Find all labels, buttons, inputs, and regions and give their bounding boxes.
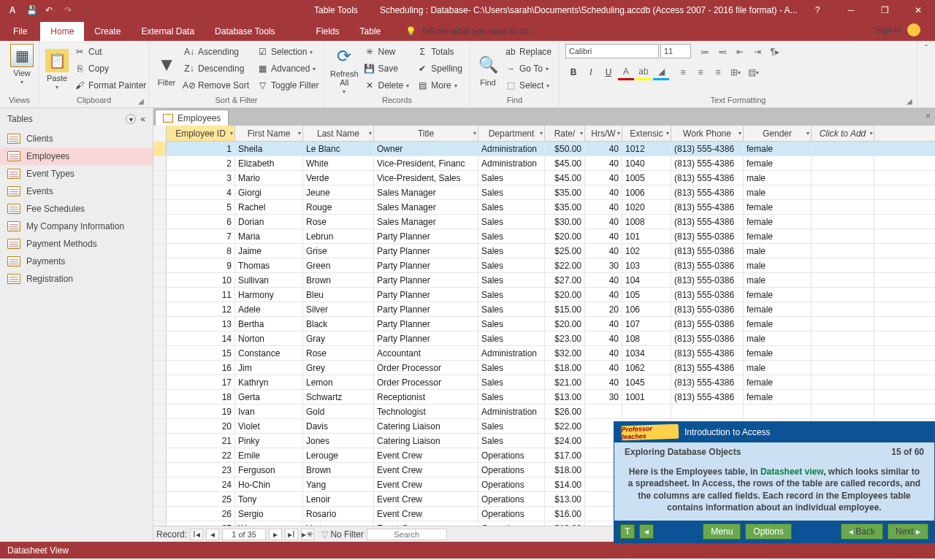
cell[interactable]: (813) 555-0386 xyxy=(671,302,744,316)
cell[interactable]: 40 xyxy=(585,156,622,170)
cell[interactable]: (813) 555-4386 xyxy=(671,200,744,214)
tab-database-tools[interactable]: Database Tools xyxy=(205,22,286,41)
cell[interactable]: Catering Liaison xyxy=(374,419,478,433)
copy-button[interactable]: ⎘Copy xyxy=(72,61,148,77)
cell[interactable]: (813) 555-4386 xyxy=(671,390,744,404)
table-row[interactable]: 19IvanGoldTechnologistAdministration$26.… xyxy=(153,404,935,419)
table-row[interactable]: 7MariaLebrunParty PlannerSales$20.004010… xyxy=(153,229,935,244)
cell[interactable]: Green xyxy=(303,258,374,272)
column-dropdown-icon[interactable]: ▾ xyxy=(806,130,809,137)
paste-button[interactable]: 📋 Paste ▾ xyxy=(45,44,69,96)
cell[interactable]: 23 xyxy=(167,463,235,477)
cell[interactable]: 1012 xyxy=(622,142,671,156)
cell[interactable]: (813) 555-0386 xyxy=(671,244,744,258)
cell[interactable]: Sergio xyxy=(235,507,303,521)
cell[interactable]: 1001 xyxy=(622,390,671,404)
cell[interactable] xyxy=(812,331,874,345)
row-selector[interactable] xyxy=(153,419,167,433)
nav-item-my-company-information[interactable]: My Company Information xyxy=(0,218,153,235)
cell[interactable]: Sales xyxy=(478,244,545,258)
column-dropdown-icon[interactable]: ▾ xyxy=(369,130,372,137)
cell[interactable]: Sales xyxy=(478,288,545,302)
table-row[interactable]: 5RachelRougeSales ManagerSales$35.004010… xyxy=(153,200,935,215)
close-tab-icon[interactable]: × xyxy=(926,111,931,121)
cell[interactable]: (813) 555-0386 xyxy=(671,331,744,345)
new-record-nav-icon[interactable]: ▸✳ xyxy=(301,529,314,540)
tab-table[interactable]: Table xyxy=(350,22,392,41)
nav-item-event-types[interactable]: Event Types xyxy=(0,165,153,183)
cell[interactable]: male xyxy=(744,331,812,345)
cell[interactable]: 40 xyxy=(585,273,622,287)
cell[interactable]: Sales xyxy=(478,171,545,185)
cell[interactable]: Party Planner xyxy=(374,288,478,302)
cell[interactable]: 9 xyxy=(167,258,235,272)
cell[interactable]: Catering Liaison xyxy=(374,434,478,448)
font-color-icon[interactable]: A xyxy=(618,64,634,80)
indent-increase-icon[interactable]: ⇥ xyxy=(749,44,766,60)
cell[interactable]: 40 xyxy=(585,142,622,156)
toggle-filter-button[interactable]: ▽Toggle Filter xyxy=(254,77,321,93)
cell[interactable]: female xyxy=(744,390,812,404)
cell[interactable]: Operations xyxy=(478,507,545,521)
cell[interactable]: $20.00 xyxy=(545,229,585,243)
cell[interactable] xyxy=(585,404,622,418)
row-selector[interactable] xyxy=(153,185,167,199)
align-left-icon[interactable]: ≡ xyxy=(675,64,691,80)
cell[interactable]: female xyxy=(744,215,812,229)
cell[interactable]: $20.00 xyxy=(545,317,585,331)
cell[interactable]: Davis xyxy=(303,419,374,433)
row-selector[interactable] xyxy=(153,507,167,521)
cell[interactable]: Gerta xyxy=(235,390,303,404)
new-button[interactable]: ✳New xyxy=(362,44,412,60)
cell[interactable]: 20 xyxy=(585,302,622,316)
cell[interactable]: female xyxy=(744,317,812,331)
cell[interactable]: $13.00 xyxy=(545,390,585,404)
cell[interactable]: Norton xyxy=(235,331,303,345)
table-row[interactable]: 11HarmonyBleuParty PlannerSales$20.00401… xyxy=(153,288,935,302)
spelling-button[interactable]: ✔Spelling xyxy=(414,61,465,77)
cell[interactable]: Bertha xyxy=(235,317,303,331)
cell[interactable]: Silver xyxy=(303,302,374,316)
cell[interactable]: Administration xyxy=(478,142,545,156)
cell[interactable]: 1034 xyxy=(622,346,671,360)
cell[interactable]: Bleu xyxy=(303,288,374,302)
filter-button[interactable]: ▼ Filter xyxy=(155,44,178,96)
row-selector[interactable] xyxy=(153,346,167,360)
last-record-icon[interactable]: ▸I xyxy=(285,529,298,540)
cell[interactable]: 1008 xyxy=(622,215,671,229)
cell[interactable] xyxy=(622,404,671,418)
cell[interactable] xyxy=(812,156,874,170)
column-header[interactable]: Rate/▾ xyxy=(545,126,585,141)
gridlines-icon[interactable]: ⊞▾ xyxy=(728,64,744,80)
cell[interactable]: Operations xyxy=(478,448,545,462)
cell[interactable]: 40 xyxy=(585,229,622,243)
table-row[interactable]: 3MarioVerdeVice-President, SalesSales$45… xyxy=(153,171,935,185)
cell[interactable]: Yang xyxy=(303,477,374,491)
italic-icon[interactable]: I xyxy=(583,64,599,80)
table-row[interactable]: 8JaimeGriseParty PlannerSales$25.0040102… xyxy=(153,244,935,258)
row-selector[interactable] xyxy=(153,273,167,287)
cell[interactable]: Sales xyxy=(478,302,545,316)
cell[interactable]: Sales xyxy=(478,434,545,448)
cell[interactable]: Sales xyxy=(478,258,545,272)
cell[interactable]: Gold xyxy=(303,404,374,418)
cell[interactable]: Party Planner xyxy=(374,331,478,345)
cell[interactable]: Jim xyxy=(235,361,303,375)
cell[interactable]: 15 xyxy=(167,346,235,360)
cell[interactable]: 17 xyxy=(167,375,235,389)
column-header[interactable]: Department▾ xyxy=(478,126,545,141)
cell[interactable]: $13.00 xyxy=(545,492,585,506)
find-button[interactable]: 🔍 Find xyxy=(476,44,500,96)
nav-item-fee-schedules[interactable]: Fee Schedules xyxy=(0,200,153,218)
cell[interactable]: Maria xyxy=(235,229,303,243)
cell[interactable]: Event Crew xyxy=(374,477,478,491)
cell[interactable]: Black xyxy=(303,317,374,331)
cell[interactable] xyxy=(812,375,874,389)
cell[interactable]: 21 xyxy=(167,434,235,448)
cell[interactable]: Sales xyxy=(478,215,545,229)
cell[interactable]: Lebrun xyxy=(303,229,374,243)
cell[interactable] xyxy=(812,346,874,360)
text-direction-icon[interactable]: ¶▸ xyxy=(767,44,783,60)
cell[interactable]: Rachel xyxy=(235,200,303,214)
goto-button[interactable]: →Go To▾ xyxy=(503,61,554,77)
